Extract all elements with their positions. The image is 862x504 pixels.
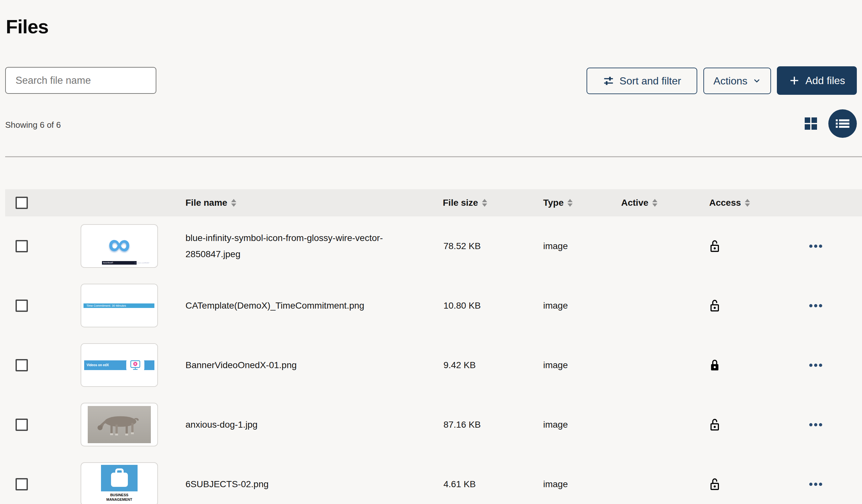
list-view-icon (835, 117, 850, 130)
thumbnail-caption-line1: BUSINESS (101, 493, 138, 497)
select-all-checkbox[interactable] (15, 197, 28, 209)
grid-view-icon (805, 117, 810, 123)
time-commitment-bar-text: Time Commitment: 30 Minutes (83, 304, 126, 307)
infinity-symbol: ∞ (108, 231, 130, 257)
row-checkbox[interactable] (15, 300, 28, 312)
plus-icon (788, 75, 800, 87)
row-actions-button[interactable] (808, 243, 823, 249)
table-row: BUSINESS MANAGEMENT 6SUBJECTS-02.png 4.6… (0, 454, 862, 504)
lock-open-icon (709, 418, 720, 432)
table-row: ∞ VectorStock® vectorstock.com/2850847 b… (0, 216, 862, 276)
sliders-icon (603, 75, 614, 87)
search-input[interactable] (5, 67, 156, 94)
ellipsis-icon (809, 244, 812, 248)
table-row: Videos on edX BannerVideoOnedX-01.png 9.… (0, 335, 862, 395)
file-thumbnail: Time Commitment: 30 Minutes (81, 284, 158, 327)
sort-file-name-button[interactable] (231, 199, 236, 207)
column-header-active: Active (621, 198, 648, 208)
row-actions-button[interactable] (808, 362, 823, 368)
divider (5, 156, 862, 157)
file-size: 87.16 KB (443, 420, 481, 430)
file-name: blue-infinity-symbol-icon-from-glossy-wi… (185, 230, 417, 262)
page-title: Files (6, 15, 49, 38)
table-header: File name File size Type Active Access (5, 189, 862, 216)
briefcase-icon (109, 468, 130, 488)
add-files-button[interactable]: Add files (777, 66, 857, 95)
infinity-thumbnail-image: ∞ VectorStock® vectorstock.com/2850847 (102, 227, 136, 265)
file-thumbnail: BUSINESS MANAGEMENT (81, 462, 158, 504)
monitor-icon (126, 358, 144, 372)
dog-photo-thumbnail-image (88, 406, 151, 443)
row-checkbox[interactable] (15, 359, 28, 371)
actions-button[interactable]: Actions (703, 68, 771, 94)
actions-label: Actions (714, 75, 747, 87)
file-name: anxious-dog-1.jpg (185, 417, 417, 433)
file-thumbnail: ∞ VectorStock® vectorstock.com/2850847 (81, 224, 158, 268)
table-row: Time Commitment: 30 Minutes CATemplate(D… (0, 276, 862, 335)
file-size: 4.61 KB (443, 479, 476, 489)
video-banner-thumbnail-image: Videos on edX (81, 344, 157, 386)
row-checkbox[interactable] (15, 240, 28, 252)
file-type: image (543, 360, 568, 370)
lock-open-icon (709, 239, 720, 253)
lock-open-icon (709, 299, 720, 313)
row-actions-button[interactable] (808, 481, 823, 487)
ellipsis-icon (809, 304, 812, 307)
file-type: image (543, 301, 568, 311)
table-row: anxious-dog-1.jpg 87.16 KB image (0, 395, 862, 454)
watermark-bar: VectorStock® vectorstock.com/2850847 (102, 261, 136, 265)
lock-closed-icon (709, 358, 720, 372)
column-header-file-size: File size (443, 198, 478, 208)
sort-file-size-button[interactable] (482, 199, 487, 207)
row-checkbox[interactable] (15, 419, 28, 431)
ellipsis-icon (809, 423, 812, 426)
file-name: BannerVideoOnedX-01.png (185, 357, 417, 373)
sort-access-button[interactable] (745, 199, 750, 207)
file-size: 78.52 KB (443, 241, 481, 251)
list-view-button[interactable] (828, 109, 857, 138)
file-type: image (543, 479, 568, 489)
sort-and-filter-label: Sort and filter (619, 75, 681, 87)
column-header-access: Access (709, 198, 741, 208)
file-type: image (543, 420, 568, 430)
sort-type-button[interactable] (567, 199, 573, 207)
row-actions-button[interactable] (808, 303, 823, 309)
column-header-type: Type (543, 198, 564, 208)
row-actions-button[interactable] (808, 422, 823, 428)
lock-open-icon (709, 477, 720, 491)
file-thumbnail (81, 403, 158, 447)
chevron-down-icon (753, 77, 761, 85)
file-name: 6SUBJECTS-02.png (185, 476, 417, 492)
sort-active-button[interactable] (652, 199, 657, 207)
file-size: 9.42 KB (443, 360, 476, 370)
file-size: 10.80 KB (443, 301, 481, 311)
grid-view-button[interactable] (805, 117, 817, 130)
business-management-thumbnail-image: BUSINESS MANAGEMENT (101, 465, 138, 504)
time-commitment-thumbnail-image: Time Commitment: 30 Minutes (81, 284, 157, 327)
thumbnail-caption-line2: MANAGEMENT (101, 497, 138, 502)
ellipsis-icon (809, 363, 812, 367)
row-checkbox[interactable] (15, 478, 28, 490)
file-name: CATemplate(DemoX)_TimeCommitment.png (185, 297, 417, 314)
banner-text: Videos on edX (84, 363, 109, 367)
file-type: image (543, 241, 568, 251)
file-thumbnail: Videos on edX (81, 343, 158, 387)
sort-and-filter-button[interactable]: Sort and filter (587, 68, 697, 94)
column-header-file-name: File name (185, 198, 227, 208)
showing-count: Showing 6 of 6 (5, 120, 61, 130)
add-files-label: Add files (805, 75, 845, 87)
ellipsis-icon (809, 483, 812, 486)
